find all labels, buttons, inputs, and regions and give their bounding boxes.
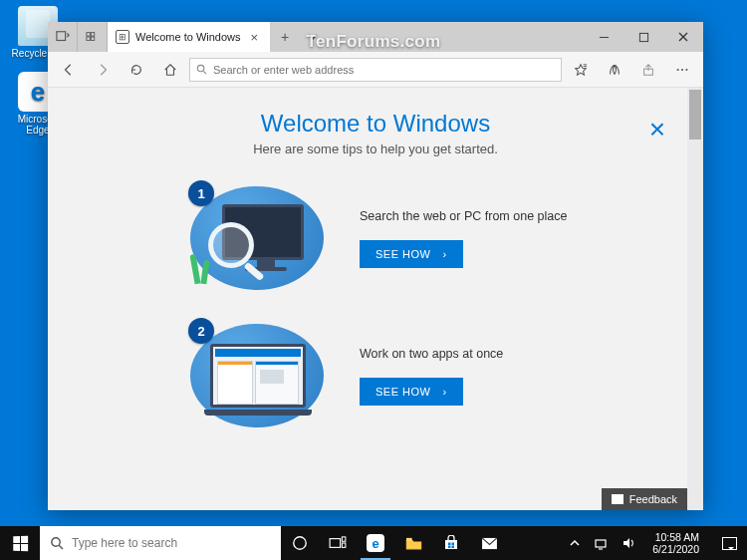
taskbar-search-placeholder: Type here to search <box>72 536 177 550</box>
window-minimize-button[interactable] <box>584 22 623 52</box>
view-tabs-aside-button[interactable] <box>78 22 108 52</box>
tray-overflow-button[interactable] <box>567 539 583 547</box>
svg-rect-21 <box>342 537 346 541</box>
page-content: Welcome to Windows Here are some tips to… <box>48 88 703 510</box>
cortana-button[interactable] <box>281 526 319 560</box>
nav-back-button[interactable] <box>54 55 84 85</box>
svg-rect-2 <box>91 33 95 37</box>
svg-point-16 <box>685 68 687 70</box>
clock-date: 6/21/2020 <box>652 543 699 555</box>
close-panel-button[interactable]: × <box>649 114 665 145</box>
svg-rect-30 <box>596 540 606 547</box>
tab-favicon-icon: ⊞ <box>116 30 129 44</box>
svg-point-9 <box>197 65 203 71</box>
tip-1: 1 Search the web or PC from one place SE… <box>48 178 703 298</box>
favorites-button[interactable] <box>566 55 596 85</box>
feedback-button[interactable]: Feedback <box>602 488 687 510</box>
action-center-button[interactable] <box>713 537 745 550</box>
search-icon <box>196 64 207 75</box>
tip-2-see-how-button[interactable]: SEE HOW › <box>360 378 463 406</box>
taskbar-clock[interactable]: 10:58 AM 6/21/2020 <box>646 531 705 555</box>
window-maximize-button[interactable] <box>623 22 663 52</box>
scrollbar-track[interactable] <box>687 88 703 510</box>
svg-rect-28 <box>452 546 455 549</box>
svg-line-10 <box>203 71 206 74</box>
svg-rect-1 <box>86 33 90 37</box>
chevron-right-icon: › <box>442 386 446 398</box>
tip-2-desc: Work on two apps at once <box>360 346 569 364</box>
clock-time: 10:58 AM <box>652 531 699 543</box>
address-toolbar <box>48 52 703 88</box>
svg-line-18 <box>59 545 63 549</box>
feedback-label: Feedback <box>629 493 677 505</box>
scrollbar-thumb[interactable] <box>689 90 701 140</box>
tip-2-badge: 2 <box>188 318 214 344</box>
address-bar[interactable] <box>189 58 562 82</box>
start-button[interactable] <box>0 526 40 560</box>
edge-browser-window: ⊞ Welcome to Windows × + <box>48 22 703 510</box>
share-button[interactable] <box>633 55 663 85</box>
window-close-button[interactable] <box>663 22 703 52</box>
tip-1-graphic: 1 <box>182 178 332 298</box>
tab-actions-button[interactable] <box>299 22 327 52</box>
svg-rect-22 <box>342 543 346 547</box>
edge-icon: e <box>367 534 384 552</box>
feedback-icon <box>612 494 623 504</box>
svg-point-14 <box>677 68 679 70</box>
svg-rect-23 <box>406 537 412 540</box>
tab-welcome-to-windows[interactable]: ⊞ Welcome to Windows × <box>108 22 271 52</box>
tip-2: 2 Work on two apps at once SEE HOW › <box>48 316 703 435</box>
svg-rect-6 <box>639 33 647 41</box>
see-how-label: SEE HOW <box>375 248 430 260</box>
svg-point-15 <box>681 68 683 70</box>
taskbar-mail-button[interactable] <box>470 526 508 560</box>
svg-rect-0 <box>56 32 65 41</box>
svg-point-17 <box>52 538 60 546</box>
system-tray: 10:58 AM 6/21/2020 <box>567 526 747 560</box>
svg-rect-27 <box>448 546 451 549</box>
taskbar-edge-button[interactable]: e <box>357 526 394 560</box>
tip-1-badge: 1 <box>188 180 214 206</box>
nav-home-button[interactable] <box>155 55 185 85</box>
svg-rect-20 <box>330 539 341 548</box>
windows-logo-icon <box>13 535 28 550</box>
tab-title: Welcome to Windows <box>135 31 241 43</box>
tip-1-desc: Search the web or PC from one place <box>360 208 569 226</box>
set-tabs-aside-button[interactable] <box>48 22 78 52</box>
tab-strip: ⊞ Welcome to Windows × + <box>48 22 703 52</box>
tab-strip-drag-area[interactable] <box>327 22 584 52</box>
reading-list-button[interactable] <box>600 55 629 85</box>
taskbar: Type here to search e <box>0 526 747 560</box>
welcome-title: Welcome to Windows <box>48 110 703 138</box>
svg-rect-3 <box>86 37 90 41</box>
task-view-button[interactable] <box>319 526 357 560</box>
svg-rect-24 <box>445 540 457 549</box>
nav-refresh-button[interactable] <box>122 55 151 85</box>
svg-point-19 <box>294 537 306 549</box>
tip-1-see-how-button[interactable]: SEE HOW › <box>360 240 463 268</box>
tab-close-button[interactable]: × <box>247 30 263 45</box>
tip-2-graphic: 2 <box>182 316 332 435</box>
chevron-right-icon: › <box>442 248 446 260</box>
taskbar-store-button[interactable] <box>432 526 470 560</box>
new-tab-button[interactable]: + <box>271 22 299 52</box>
search-icon <box>50 536 64 550</box>
svg-rect-26 <box>452 543 455 546</box>
notification-icon <box>722 537 737 550</box>
taskbar-file-explorer-button[interactable] <box>394 526 432 560</box>
tray-volume-icon[interactable] <box>619 536 638 550</box>
welcome-subtitle: Here are some tips to help you get start… <box>48 141 703 156</box>
tray-network-icon[interactable] <box>591 536 611 550</box>
svg-rect-25 <box>448 543 451 546</box>
see-how-label: SEE HOW <box>375 386 430 398</box>
taskbar-pinned-apps: e <box>281 526 508 560</box>
taskbar-search-box[interactable]: Type here to search <box>40 526 281 560</box>
nav-forward-button[interactable] <box>88 55 118 85</box>
address-input[interactable] <box>213 64 555 76</box>
svg-rect-4 <box>91 37 95 41</box>
settings-more-button[interactable] <box>667 55 697 85</box>
